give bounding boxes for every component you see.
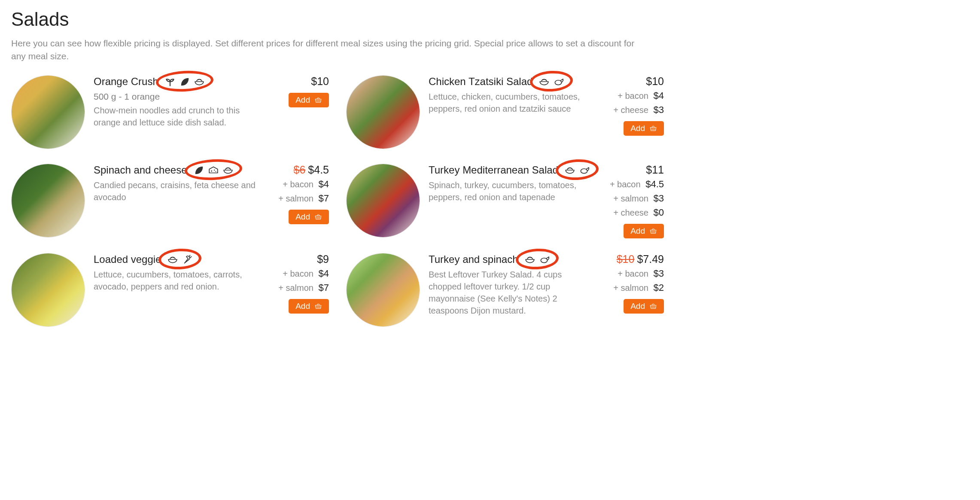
addon-label: + bacon xyxy=(618,269,648,278)
item-photo[interactable] xyxy=(11,164,85,238)
item-photo[interactable] xyxy=(346,75,420,149)
addon-label: + cheese xyxy=(613,105,648,115)
item-title[interactable]: Spinach and cheese xyxy=(94,164,187,176)
addon-row: + cheese $3 xyxy=(604,103,664,117)
highlight-ring xyxy=(555,158,599,181)
diet-tags xyxy=(536,75,567,88)
item-title[interactable]: Turkey Mediterranean Salad xyxy=(429,164,558,176)
price-main: $6$4.5 xyxy=(269,164,329,176)
addon-price: $0 xyxy=(654,207,664,218)
item-title[interactable]: Orange Crush xyxy=(94,76,158,88)
add-button-label: Add xyxy=(295,95,310,105)
bowl-icon xyxy=(194,76,205,87)
addon-price: $4.5 xyxy=(645,179,664,189)
old-price: $6 xyxy=(294,164,306,176)
addon-label: + salmon xyxy=(278,283,313,293)
diet-tags xyxy=(191,164,236,177)
addon-price: $4 xyxy=(319,268,329,279)
basket-icon xyxy=(313,213,323,221)
add-button[interactable]: Add xyxy=(289,210,329,224)
item-title[interactable]: Turkey and spinach xyxy=(429,253,518,265)
add-button[interactable]: Add xyxy=(289,93,329,107)
basket-icon xyxy=(648,125,658,132)
price-main: $9 xyxy=(269,253,329,265)
bowl-icon xyxy=(222,165,234,176)
add-button[interactable]: Add xyxy=(624,299,664,314)
basket-icon xyxy=(648,227,658,235)
addon-row: + salmon $7 xyxy=(269,280,329,295)
item-photo-swatch xyxy=(347,76,420,149)
basket-icon xyxy=(648,302,658,310)
diet-tags xyxy=(522,253,553,266)
addon-row: + salmon $7 xyxy=(269,191,329,205)
item-photo[interactable] xyxy=(11,75,85,149)
addon-price: $4 xyxy=(319,179,329,189)
addon-price: $3 xyxy=(654,268,664,279)
price-column: $6$4.5 + bacon $4 + salmon $7 Add xyxy=(269,164,329,224)
cheese-icon xyxy=(208,165,219,176)
addon-price: $4 xyxy=(654,90,664,101)
addon-row: + salmon $2 xyxy=(604,280,664,295)
leaf-icon xyxy=(193,165,204,176)
addon-label: + salmon xyxy=(613,194,648,203)
item-photo-swatch xyxy=(12,164,85,237)
add-button-label: Add xyxy=(295,212,310,222)
old-price: $10 xyxy=(617,253,635,265)
price-value: $7.49 xyxy=(637,253,664,265)
menu-item-turkey-spinach: Turkey and spinach Best Leftover Turkey … xyxy=(346,253,664,327)
item-description: Candied pecans, craisins, feta cheese an… xyxy=(94,179,260,203)
addon-label: + bacon xyxy=(618,91,648,101)
diet-tags xyxy=(164,253,195,266)
poultry-icon xyxy=(539,254,550,265)
addon-price: $3 xyxy=(654,104,664,115)
menu-item-loaded-veggie: Loaded veggie Lettuce, cucumbers, tomato… xyxy=(11,253,329,327)
diet-tags xyxy=(162,75,207,88)
item-photo[interactable] xyxy=(11,253,85,327)
addon-row: + bacon $4.5 xyxy=(604,177,664,191)
sprout-icon xyxy=(164,76,176,87)
price-value: $10 xyxy=(646,75,664,87)
price-value: $10 xyxy=(311,75,329,87)
add-button-label: Add xyxy=(630,124,645,133)
item-photo-swatch xyxy=(12,76,85,149)
highlight-ring xyxy=(515,247,559,270)
item-title[interactable]: Chicken Tzatsiki Salad xyxy=(429,76,533,88)
addon-label: + bacon xyxy=(283,269,313,278)
carrot-icon xyxy=(182,254,193,265)
price-main: $10$7.49 xyxy=(604,253,664,265)
addon-label: + salmon xyxy=(613,283,648,293)
menu-grid: Orange Crush 500 g - 1 orange Chow-mein … xyxy=(11,75,664,327)
addon-label: + salmon xyxy=(278,194,313,203)
add-button-label: Add xyxy=(630,226,645,236)
price-main: $10 xyxy=(604,75,664,88)
item-note: 500 g - 1 orange xyxy=(94,91,160,102)
item-photo-swatch xyxy=(347,253,420,326)
add-button-label: Add xyxy=(630,302,645,311)
poultry-icon xyxy=(553,76,564,87)
price-main: $11 xyxy=(604,164,664,176)
item-description: Spinach, turkey, cucumbers, tomatoes, pe… xyxy=(429,179,595,203)
addon-label: + bacon xyxy=(610,180,641,189)
leaf-icon xyxy=(179,76,190,87)
price-main: $10 xyxy=(269,75,329,88)
diet-tags xyxy=(562,164,593,177)
highlight-ring xyxy=(158,247,202,270)
item-photo[interactable] xyxy=(346,164,420,238)
addon-price: $3 xyxy=(654,193,664,204)
menu-item-chicken-tzatsiki: Chicken Tzatsiki Salad Lettuce, chicken,… xyxy=(346,75,664,149)
addon-row: + salmon $3 xyxy=(604,191,664,205)
price-value: $9 xyxy=(317,253,329,265)
basket-icon xyxy=(313,302,323,310)
item-title[interactable]: Loaded veggie xyxy=(94,253,161,265)
addon-price: $7 xyxy=(319,282,329,293)
item-photo[interactable] xyxy=(346,253,420,327)
addon-row: + cheese $0 xyxy=(604,205,664,220)
add-button[interactable]: Add xyxy=(289,299,329,314)
basket-icon xyxy=(313,96,323,104)
add-button[interactable]: Add xyxy=(624,121,664,136)
addon-row: + bacon $4 xyxy=(269,266,329,280)
add-button[interactable]: Add xyxy=(624,224,664,238)
addon-row: + bacon $4 xyxy=(604,88,664,103)
item-description: Best Leftover Turkey Salad. 4 cups chopp… xyxy=(429,268,595,317)
menu-item-spinach-cheese: Spinach and cheese Candied pecans, crais… xyxy=(11,164,329,238)
